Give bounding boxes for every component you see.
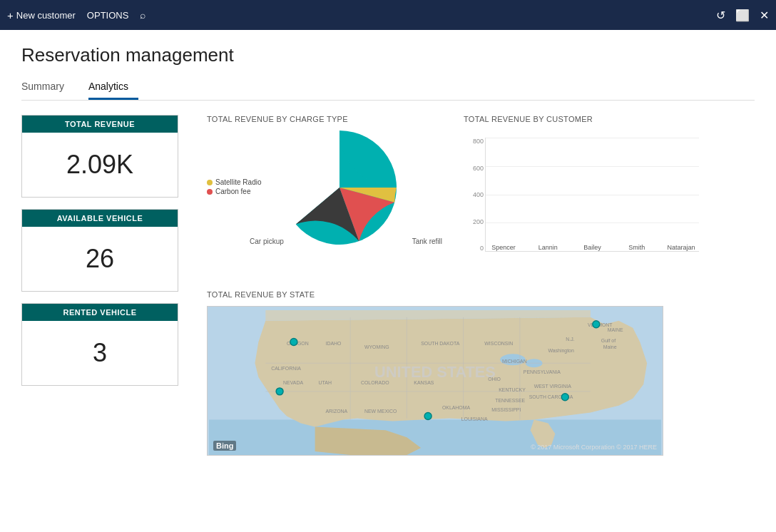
rented-vehicle-card: RENTED VEHICLE 3 <box>21 303 178 386</box>
topnav: + New customer OPTIONS ⌕ ↺ ⬜ ✕ <box>0 0 776 30</box>
bar-spencer: Spencer <box>486 241 521 251</box>
satellite-label: Satellite Radio <box>215 178 261 186</box>
close-icon[interactable]: ✕ <box>760 9 769 22</box>
charts-top-row: TOTAL REVENUE by CHARGE TYPE Satellite R… <box>207 115 755 273</box>
bar-chart-container: 800 600 400 200 0 Spencer <box>464 131 706 273</box>
map-dot-texas <box>424 413 432 420</box>
rented-vehicle-value: 3 <box>22 321 178 385</box>
main-content: Reservation management Summary Analytics… <box>0 30 776 456</box>
legend-carbon: Carbon fee <box>207 188 261 195</box>
new-customer-button[interactable]: + New customer <box>7 9 76 21</box>
expand-icon[interactable]: ⬜ <box>735 9 750 22</box>
page-title: Reservation management <box>21 44 755 66</box>
dashboard: TOTAL REVENUE 2.09K AVAILABLE VEHICLE 26… <box>21 115 755 456</box>
svg-text:WYOMING: WYOMING <box>364 344 389 349</box>
y-label-800: 800 <box>464 138 484 145</box>
svg-text:Gulf of: Gulf of <box>601 338 616 343</box>
refresh-icon[interactable]: ↺ <box>716 9 725 22</box>
legend-satellite: Satellite Radio <box>207 178 261 186</box>
bar-chart-title: TOTAL REVENUE by CUSTOMER <box>464 115 755 123</box>
bar-lannin: Lannin <box>530 241 566 251</box>
svg-text:OHIO: OHIO <box>488 377 501 382</box>
svg-text:KENTUCKY: KENTUCKY <box>499 387 526 392</box>
pie-chart-svg <box>282 131 397 245</box>
pie-legend: Satellite Radio Carbon fee <box>207 178 261 197</box>
available-vehicle-card: AVAILABLE VEHICLE 26 <box>21 209 178 292</box>
available-vehicle-value: 26 <box>22 227 178 291</box>
svg-text:N.J.: N.J. <box>566 337 574 342</box>
y-label-400: 400 <box>464 191 484 198</box>
bing-logo: Bing <box>213 441 236 451</box>
bar-lannin-label: Lannin <box>538 244 558 251</box>
svg-text:NEVADA: NEVADA <box>283 380 303 385</box>
bar-natarajan: Natarajan <box>663 241 699 251</box>
svg-text:KANSAS: KANSAS <box>414 380 434 385</box>
map-copyright: © 2017 Microsoft Corporation © 2017 HERE <box>531 444 657 451</box>
carbon-dot <box>207 189 213 195</box>
tab-summary[interactable]: Summary <box>21 76 74 100</box>
bar-smith-label: Smith <box>628 244 645 251</box>
total-revenue-header: TOTAL REVENUE <box>22 116 178 133</box>
map-svg: UNITED STATES OREGON IDAHO WYOMING SOUTH… <box>208 307 663 455</box>
right-charts: TOTAL REVENUE by CHARGE TYPE Satellite R… <box>185 115 755 456</box>
bar-bailey: Bailey <box>574 241 610 251</box>
svg-text:Maine: Maine <box>603 344 617 349</box>
svg-text:VERMONT: VERMONT <box>588 322 613 327</box>
tab-analytics[interactable]: Analytics <box>88 76 138 100</box>
y-axis-labels: 800 600 400 200 0 <box>464 138 484 252</box>
tabs: Summary Analytics <box>21 76 755 101</box>
svg-text:MISSISSIPPI: MISSISSIPPI <box>491 407 521 412</box>
svg-text:PENNSYLVANIA: PENNSYLVANIA <box>524 369 561 374</box>
map-dot-california <box>276 388 283 395</box>
bar-natarajan-label: Natarajan <box>667 244 695 251</box>
svg-text:WEST VIRGINIA: WEST VIRGINIA <box>534 384 572 389</box>
svg-text:UNITED STATES: UNITED STATES <box>374 363 496 381</box>
bar-spencer-label: Spencer <box>491 244 516 251</box>
map-container: UNITED STATES OREGON IDAHO WYOMING SOUTH… <box>207 306 663 456</box>
map-dot-oregon <box>290 339 297 346</box>
left-cards: TOTAL REVENUE 2.09K AVAILABLE VEHICLE 26… <box>21 115 185 456</box>
options-button[interactable]: OPTIONS <box>87 10 129 21</box>
carbon-label: Carbon fee <box>215 188 250 195</box>
svg-text:MAINE: MAINE <box>608 327 623 332</box>
map-title: TOTAL REVENUE by STATE <box>207 290 755 299</box>
topnav-right-icons: ↺ ⬜ ✕ <box>716 9 769 22</box>
map-section: TOTAL REVENUE by STATE <box>207 290 755 456</box>
svg-text:COLORADO: COLORADO <box>361 380 389 385</box>
svg-text:SOUTH DAKOTA: SOUTH DAKOTA <box>421 341 459 346</box>
bar-smith: Smith <box>619 241 655 251</box>
available-vehicle-header: AVAILABLE VEHICLE <box>22 210 178 227</box>
svg-text:OKLAHOMA: OKLAHOMA <box>442 405 471 410</box>
svg-text:TENNESSEE: TENNESSEE <box>495 398 525 403</box>
pie-chart-title: TOTAL REVENUE by CHARGE TYPE <box>207 115 449 123</box>
car-pickup-label: Car pickup <box>250 237 284 245</box>
svg-text:MICHIGAN: MICHIGAN <box>502 359 527 364</box>
y-label-600: 600 <box>464 165 484 172</box>
pie-chart-section: TOTAL REVENUE by CHARGE TYPE Satellite R… <box>207 115 449 273</box>
tank-refill-label: Tank refill <box>412 237 442 245</box>
svg-text:ARIZONA: ARIZONA <box>325 409 347 414</box>
bar-bailey-label: Bailey <box>583 244 601 251</box>
map-dot-vermont <box>593 321 600 328</box>
map-dot-georgia <box>561 394 568 401</box>
bar-chart-inner: Spencer Lannin Bailey <box>485 138 699 252</box>
y-label-200: 200 <box>464 218 484 225</box>
svg-text:LOUISIANA: LOUISIANA <box>461 416 488 421</box>
plus-icon: + <box>7 9 14 21</box>
svg-text:CALIFORNIA: CALIFORNIA <box>271 366 301 371</box>
total-revenue-card: TOTAL REVENUE 2.09K <box>21 115 178 198</box>
y-label-0: 0 <box>464 245 484 252</box>
svg-text:NEW MEXICO: NEW MEXICO <box>364 409 397 414</box>
svg-text:WISCONSIN: WISCONSIN <box>484 341 513 346</box>
svg-text:Washington: Washington <box>548 348 573 354</box>
total-revenue-value: 2.09K <box>22 133 178 197</box>
bar-chart-section: TOTAL REVENUE by CUSTOMER 800 <box>464 115 755 273</box>
new-customer-label: New customer <box>16 10 76 21</box>
svg-text:UTAH: UTAH <box>319 380 332 385</box>
svg-text:IDAHO: IDAHO <box>325 341 342 346</box>
rented-vehicle-header: RENTED VEHICLE <box>22 304 178 321</box>
search-icon[interactable]: ⌕ <box>140 9 146 21</box>
satellite-dot <box>207 180 213 185</box>
